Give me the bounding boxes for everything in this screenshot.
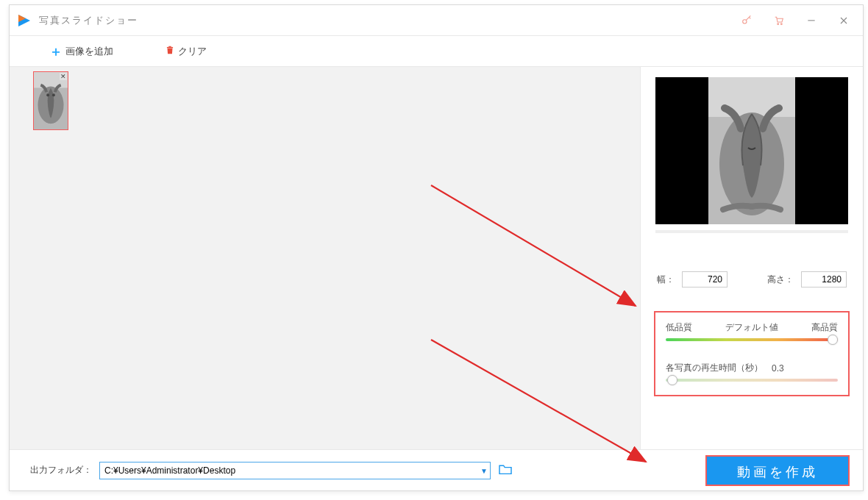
clear-button[interactable]: クリア	[165, 45, 207, 58]
preview-area	[655, 77, 848, 224]
trash-icon	[165, 45, 175, 57]
svg-point-2	[780, 23, 782, 24]
height-input[interactable]	[801, 271, 847, 288]
quality-default-label: デフォルト値	[725, 321, 778, 334]
thumbnail-remove-icon[interactable]: ✕	[60, 73, 67, 80]
height-label: 高さ：	[767, 274, 794, 286]
main-area: ✕	[10, 67, 863, 449]
side-panel: 幅： 高さ： 低品質 デフォルト値 高品質 各写真の再生時間（秒） 0.3	[641, 67, 863, 449]
titlebar: 写真スライドショー	[10, 5, 863, 36]
minimize-button[interactable]	[795, 10, 828, 32]
svg-rect-3	[808, 20, 814, 21]
create-video-label: 動画を作成	[737, 465, 818, 479]
width-label: 幅：	[657, 274, 675, 286]
width-input[interactable]	[682, 271, 728, 288]
footer: 出力フォルダ： ▼ 動画を作成	[10, 449, 863, 490]
add-images-label: 画像を追加	[65, 45, 113, 58]
svg-point-1	[778, 23, 779, 24]
toolbar: ＋ 画像を追加 クリア	[10, 36, 863, 67]
app-title: 写真スライドショー	[39, 14, 138, 27]
duration-row: 各写真の再生時間（秒） 0.3	[666, 362, 838, 374]
quality-low-label: 低品質	[666, 321, 692, 334]
thumbnail[interactable]: ✕	[33, 71, 68, 130]
output-path-field[interactable]: ▼	[99, 462, 491, 479]
browse-folder-button[interactable]	[498, 463, 513, 477]
scrub-bar[interactable]	[655, 230, 848, 233]
quality-slider[interactable]	[666, 338, 838, 341]
key-icon[interactable]	[730, 10, 763, 32]
create-video-button[interactable]: 動画を作成	[705, 455, 850, 486]
duration-value: 0.3	[772, 363, 784, 374]
svg-point-10	[52, 93, 55, 96]
svg-point-0	[743, 19, 747, 23]
clear-label: クリア	[178, 45, 207, 58]
preview-image	[708, 77, 795, 224]
output-path-input[interactable]	[99, 462, 491, 479]
duration-label: 各写真の再生時間（秒）	[666, 362, 763, 374]
svg-rect-4	[167, 47, 173, 48]
close-button[interactable]	[828, 10, 860, 32]
cart-icon[interactable]	[763, 10, 795, 32]
quality-labels: 低品質 デフォルト値 高品質	[666, 321, 838, 334]
svg-rect-5	[168, 46, 171, 47]
duration-slider[interactable]	[666, 379, 838, 382]
svg-rect-12	[708, 77, 795, 117]
dimensions-row: 幅： 高さ：	[654, 271, 850, 288]
add-images-button[interactable]: ＋ 画像を追加	[49, 45, 113, 58]
quality-high-label: 高品質	[811, 321, 838, 334]
app-window: 写真スライドショー ＋ 画像を追加 クリア	[9, 4, 864, 491]
duration-slider-thumb[interactable]	[667, 375, 677, 385]
plus-icon: ＋	[49, 45, 63, 58]
output-folder-label: 出力フォルダ：	[30, 464, 92, 476]
app-logo-icon	[15, 12, 33, 29]
image-canvas[interactable]: ✕	[10, 67, 641, 449]
quality-panel: 低品質 デフォルト値 高品質 各写真の再生時間（秒） 0.3	[654, 311, 850, 396]
svg-point-9	[46, 93, 49, 96]
quality-slider-thumb[interactable]	[828, 335, 838, 345]
